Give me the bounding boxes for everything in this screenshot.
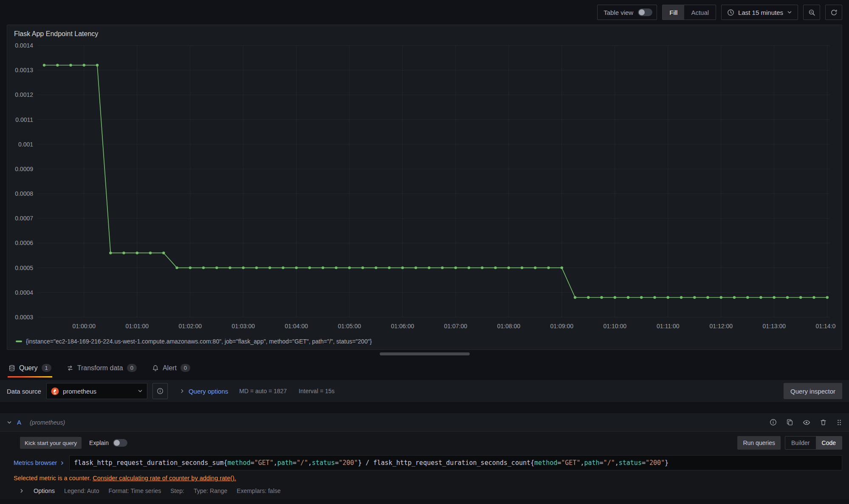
datasource-label: Data source (7, 388, 41, 395)
svg-text:01:02:00: 01:02:00 (179, 323, 202, 329)
datasource-select[interactable]: prometheus (46, 383, 147, 399)
kick-start-query-button[interactable]: Kick start your query (20, 437, 82, 449)
query-field-row: Metrics browser flask_http_request_durat… (14, 455, 842, 470)
svg-text:0.0014: 0.0014 (15, 42, 33, 49)
prometheus-icon (51, 387, 59, 395)
mode-builder[interactable]: Builder (785, 436, 816, 449)
zoom-out-button[interactable] (803, 5, 820, 20)
datasource-name: prometheus (63, 388, 134, 395)
query-code: flask_http_request_duration_seconds_sum{… (74, 459, 668, 467)
warning-rate-link[interactable]: Consider calculating rate of counter by … (93, 475, 236, 481)
tab-alert-count: 0 (181, 364, 190, 372)
svg-text:0.0004: 0.0004 (15, 289, 33, 296)
svg-text:0.0011: 0.0011 (15, 116, 33, 123)
clock-icon (727, 9, 734, 16)
delete-query-trash-icon[interactable] (820, 419, 827, 426)
query-options-label: Query options (189, 388, 228, 395)
svg-text:01:12:00: 01:12:00 (710, 323, 733, 329)
series-color-swatch (16, 341, 22, 342)
svg-text:0.0009: 0.0009 (15, 166, 33, 172)
svg-text:01:11:00: 01:11:00 (657, 323, 680, 329)
svg-text:01:03:00: 01:03:00 (232, 323, 255, 329)
tab-transform-data[interactable]: Transform data 0 (66, 364, 138, 377)
options-legend: Legend: Auto (64, 487, 99, 494)
interval-summary: Interval = 15s (299, 388, 334, 394)
refresh-button[interactable] (825, 5, 842, 20)
options-type: Type: Range (194, 487, 227, 494)
editor-tabs: Query 1 Transform data 0 Alert 0 (0, 356, 849, 377)
metrics-browser-toggle[interactable]: Metrics browser (14, 459, 65, 466)
warning-text: Selected metric is a counter. (14, 475, 91, 481)
datasource-help-button[interactable] (152, 383, 168, 399)
query-editor-body: Kick start your query Explain Run querie… (0, 432, 849, 499)
series-legend-label: {instance="ec2-184-169-216-224.us-west-1… (26, 338, 372, 345)
chevron-down-icon (138, 389, 143, 394)
latency-chart[interactable]: 0.00030.00040.00050.00060.00070.00080.00… (13, 39, 836, 335)
magnifier-minus-icon (808, 9, 815, 16)
svg-text:0.0003: 0.0003 (15, 314, 33, 321)
info-circle-icon (157, 388, 164, 394)
editor-toolbar-right: Run queries Builder Code (737, 436, 842, 450)
view-mode-fill[interactable]: Fill (663, 5, 684, 20)
svg-text:01:13:00: 01:13:00 (763, 323, 786, 329)
query-row-actions (770, 419, 842, 426)
view-mode-actual[interactable]: Actual (684, 5, 716, 20)
max-data-points-summary: MD = auto = 1827 (239, 388, 287, 394)
latency-panel: Flask App Endpoint Latency 0.00030.00040… (7, 25, 842, 350)
editor-toolbar: Kick start your query Explain Run querie… (14, 436, 842, 450)
editor-mode-group: Builder Code (785, 436, 842, 450)
query-datasource-hint: (prometheus) (30, 419, 65, 426)
svg-text:0.0013: 0.0013 (15, 67, 33, 73)
query-options-toggle[interactable]: Query options (180, 388, 228, 395)
svg-text:01:01:00: 01:01:00 (126, 323, 149, 329)
options-label[interactable]: Options (34, 487, 55, 494)
query-options-footer: Options Legend: Auto Format: Time series… (14, 487, 842, 494)
time-range-picker[interactable]: Last 15 minutes (721, 5, 798, 20)
svg-text:0.0005: 0.0005 (15, 265, 33, 271)
explain-toggle[interactable] (113, 439, 127, 447)
tab-transform-label: Transform data (77, 364, 123, 372)
collapse-chevron-icon[interactable] (7, 420, 12, 425)
panel-title: Flask App Endpoint Latency (13, 28, 836, 39)
info-circle-icon[interactable] (770, 419, 777, 426)
tab-alert-label: Alert (163, 364, 177, 372)
options-exemplars: Exemplars: false (237, 487, 280, 494)
duplicate-query-icon[interactable] (786, 419, 793, 426)
svg-text:0.0008: 0.0008 (15, 190, 33, 197)
svg-text:01:10:00: 01:10:00 (604, 323, 627, 329)
svg-text:0.0007: 0.0007 (15, 215, 33, 222)
disable-query-eye-icon[interactable] (803, 419, 810, 426)
drag-handle-icon[interactable] (836, 419, 842, 426)
chevron-right-icon[interactable] (19, 488, 24, 493)
svg-text:0.0006: 0.0006 (15, 239, 33, 246)
datasource-row: Data source prometheus Query options MD … (0, 380, 849, 402)
svg-text:01:06:00: 01:06:00 (391, 323, 415, 329)
svg-text:01:09:00: 01:09:00 (550, 323, 574, 329)
bell-icon (152, 365, 159, 372)
svg-text:0.0012: 0.0012 (15, 91, 33, 98)
query-inspector-button[interactable]: Query inspector (784, 383, 842, 399)
tab-query-label: Query (19, 364, 38, 372)
svg-text:01:00:00: 01:00:00 (73, 323, 96, 329)
svg-text:01:05:00: 01:05:00 (338, 323, 361, 329)
metrics-browser-label: Metrics browser (14, 459, 57, 466)
explain-label: Explain (89, 439, 109, 446)
tab-query-count: 1 (42, 364, 51, 372)
table-view-toggle[interactable] (638, 8, 652, 16)
time-range-label: Last 15 minutes (738, 9, 783, 16)
run-queries-button[interactable]: Run queries (737, 436, 781, 450)
tab-alert[interactable]: Alert 0 (151, 364, 191, 377)
chevron-right-icon (60, 461, 65, 465)
mode-code[interactable]: Code (816, 436, 842, 449)
options-step: Step: (170, 487, 184, 494)
series-legend-item[interactable]: {instance="ec2-184-169-216-224.us-west-1… (13, 335, 836, 348)
split-resize-handle[interactable] (380, 352, 470, 355)
promql-query-input[interactable]: flask_http_request_duration_seconds_sum{… (69, 455, 842, 470)
chevron-right-icon (180, 389, 185, 394)
counter-warning: Selected metric is a counter. Consider c… (14, 475, 842, 481)
table-view-control: Table view (597, 5, 657, 20)
query-ref-id[interactable]: A (17, 419, 21, 426)
tab-query[interactable]: Query 1 (8, 364, 52, 377)
svg-text:01:04:00: 01:04:00 (285, 323, 308, 329)
query-row-header[interactable]: A (prometheus) (0, 413, 849, 432)
